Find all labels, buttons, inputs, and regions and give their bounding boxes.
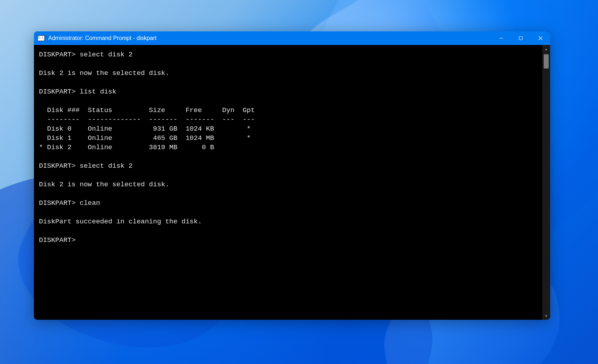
terminal-output[interactable]: DISKPART> select disk 2 Disk 2 is now th… [34,45,542,320]
command-prompt-window: Administrator: Command Prompt - diskpart… [34,31,550,320]
window-title: Administrator: Command Prompt - diskpart [48,35,491,41]
close-button[interactable] [530,31,550,45]
svg-rect-1 [519,37,522,40]
scroll-down-arrow[interactable]: ▼ [542,312,550,320]
maximize-button[interactable] [511,31,530,45]
scroll-thumb[interactable] [544,54,549,69]
titlebar[interactable]: Administrator: Command Prompt - diskpart [34,31,550,45]
scroll-up-arrow[interactable]: ▲ [542,45,550,53]
minimize-button[interactable] [491,31,511,45]
cmd-icon [38,35,45,41]
scrollbar[interactable]: ▲ ▼ [542,45,550,320]
